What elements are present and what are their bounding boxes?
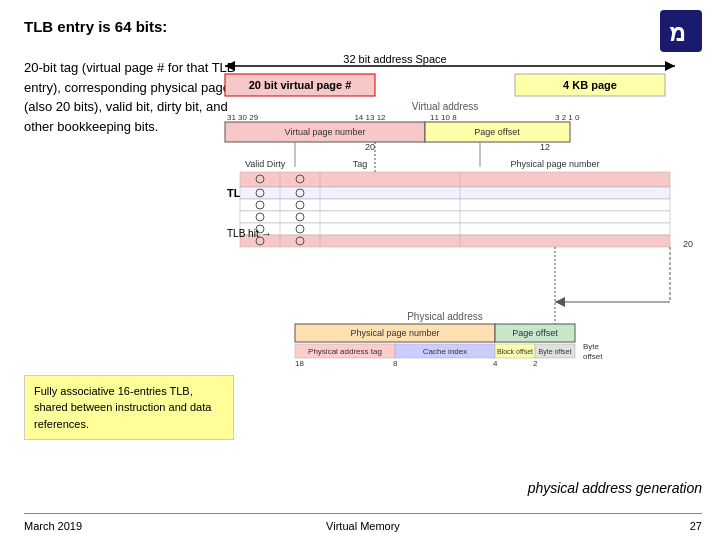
svg-text:Byte: Byte: [583, 342, 600, 351]
svg-text:20: 20: [683, 239, 693, 249]
svg-text:18: 18: [295, 359, 304, 368]
footer: March 2019 Virtual Memory 27: [24, 513, 702, 532]
footer-page: 27: [533, 520, 703, 532]
svg-text:Virtual page number: Virtual page number: [285, 127, 366, 137]
svg-marker-49: [555, 297, 565, 307]
phys-addr-generation-label: physical address generation: [528, 480, 702, 496]
description-text: 20-bit tag (virtual page # for that TLB …: [24, 58, 244, 136]
svg-text:Cache index: Cache index: [423, 347, 467, 356]
svg-marker-2: [225, 61, 235, 71]
page-title: TLB entry is 64 bits:: [24, 18, 696, 35]
svg-text:31 30 29: 31 30 29: [227, 113, 259, 122]
svg-text:Byte offset: Byte offset: [539, 348, 572, 356]
svg-text:TLB hit →: TLB hit →: [227, 228, 271, 239]
svg-text:Page offset: Page offset: [474, 127, 520, 137]
footer-date: March 2019: [24, 520, 194, 532]
tlb-diagram: 32 bit address Space 20 bit virtual page…: [215, 52, 705, 442]
svg-text:8: 8: [393, 359, 398, 368]
svg-text:11 10 8: 11 10 8: [430, 113, 457, 122]
svg-text:offset: offset: [583, 352, 603, 361]
svg-text:Virtual address: Virtual address: [412, 101, 479, 112]
svg-marker-3: [665, 61, 675, 71]
svg-text:20 bit virtual page #: 20 bit virtual page #: [249, 79, 352, 91]
footer-title: Virtual Memory: [194, 520, 533, 532]
svg-text:Valid  Dirty: Valid Dirty: [245, 159, 286, 169]
note-box: Fully associative 16-entries TLB, shared…: [24, 375, 234, 441]
svg-rect-24: [240, 172, 670, 187]
svg-text:מ: מ: [669, 19, 685, 46]
svg-text:2: 2: [533, 359, 538, 368]
svg-text:14 13 12: 14 13 12: [354, 113, 386, 122]
svg-text:Tag: Tag: [353, 159, 368, 169]
svg-text:Physical page number: Physical page number: [510, 159, 599, 169]
svg-text:4: 4: [493, 359, 498, 368]
svg-text:32 bit address Space: 32 bit address Space: [343, 53, 446, 65]
svg-text:Physical address: Physical address: [407, 311, 483, 322]
svg-text:4 KB page: 4 KB page: [563, 79, 617, 91]
svg-text:Page offset: Page offset: [512, 328, 558, 338]
svg-text:20: 20: [365, 142, 375, 152]
svg-text:3 2 1 0: 3 2 1 0: [555, 113, 580, 122]
svg-text:Block offset: Block offset: [497, 348, 533, 355]
svg-text:Physical address tag: Physical address tag: [308, 347, 382, 356]
svg-text:12: 12: [540, 142, 550, 152]
svg-text:Physical page number: Physical page number: [350, 328, 439, 338]
logo-icon: מ: [660, 10, 702, 52]
